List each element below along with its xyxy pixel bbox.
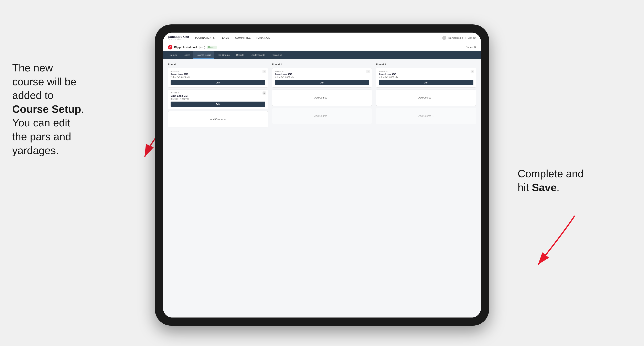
tablet-screen: SCOREBOARD Powered by clippd TOURNAMENTS…	[163, 32, 481, 318]
tab-tee-groups[interactable]: Tee Groups	[214, 51, 233, 59]
round-2-course-a-tee: Yellow (M) (6629 yds)	[275, 76, 370, 78]
round-1-course-b-tee: Black (M) (6891 yds)	[170, 98, 265, 100]
round-1-add-plus-icon: +	[224, 118, 226, 121]
nav-committee[interactable]: COMMITTEE	[235, 36, 251, 39]
annotation-right: Complete and hit Save.	[518, 167, 628, 194]
tournament-bar: C Clippd Invitational (Men) Hosting Canc…	[163, 43, 481, 51]
nav-teams[interactable]: TEAMS	[220, 36, 230, 39]
round-3-add-plus-icon-2: +	[432, 114, 434, 118]
round-2-add-plus-icon-2: +	[328, 114, 330, 118]
round-2-course-a-card: ✕ (Course A) Peachtree GC Yellow (M) (66…	[272, 68, 372, 88]
round-2-add-course-1[interactable]: Add Course +	[272, 90, 372, 106]
user-email: blair@clippd.io	[448, 37, 463, 39]
round-2-add-course-label-2: Add Course	[314, 115, 327, 117]
tab-printables[interactable]: Printables	[268, 51, 285, 59]
round-3-add-course-2: Add Course +	[376, 108, 476, 124]
round-3-course-a-tee: Yellow (M) (6629 yds)	[379, 76, 474, 78]
round-1-course-a-card: ✕ (Course A) Peachtree GC Yellow (M) (66…	[168, 68, 268, 88]
tab-leaderboards[interactable]: Leaderboards	[247, 51, 268, 59]
round-1-course-a-delete[interactable]: ✕	[262, 70, 266, 73]
content-area: Round 1 ✕ (Course A) Peachtree GC Yellow…	[163, 59, 481, 318]
nav-right: blair@clippd.io | Sign out	[442, 36, 476, 40]
round-3-label: Round 3	[376, 63, 476, 66]
tournament-name: Clippd Invitational	[174, 46, 197, 49]
round-1-course-a-edit[interactable]: Edit	[170, 80, 265, 85]
tab-details[interactable]: Details	[166, 51, 180, 59]
top-nav: SCOREBOARD Powered by clippd TOURNAMENTS…	[163, 32, 481, 43]
round-1-course-a-label: (Course A)	[170, 70, 265, 72]
round-2-add-plus-icon-1: +	[328, 96, 330, 99]
round-3-course-a-card: ✕ (Course A) Peachtree GC Yellow (M) (66…	[376, 68, 476, 88]
round-3-column: Round 3 ✕ (Course A) Peachtree GC Yellow…	[376, 63, 476, 130]
round-2-add-course-label-1: Add Course	[314, 96, 327, 99]
tournament-status: Hosting	[207, 46, 217, 49]
round-2-course-a-name: Peachtree GC	[275, 73, 370, 76]
round-1-course-b-card: ✕ (Course B) East Lake GC Black (M) (689…	[168, 90, 268, 109]
round-1-course-b-label: (Course B)	[170, 92, 265, 94]
sub-tabs: Details Teams Course Setup Tee Groups Re…	[163, 51, 481, 59]
round-3-add-course-label-2: Add Course	[418, 115, 431, 117]
arrow-right	[522, 212, 583, 273]
round-1-course-b-delete[interactable]: ✕	[262, 91, 266, 95]
rounds-grid: Round 1 ✕ (Course A) Peachtree GC Yellow…	[168, 63, 476, 130]
round-3-add-course-label-1: Add Course	[418, 96, 431, 99]
annotation-left: The new course will be added to Course S…	[12, 61, 138, 157]
nav-rankings[interactable]: RANKINGS	[256, 36, 270, 39]
avatar	[442, 36, 446, 40]
round-3-add-course-1[interactable]: Add Course +	[376, 90, 476, 106]
round-3-course-a-label: (Course A)	[379, 70, 474, 72]
round-3-course-a-delete[interactable]: ✕	[470, 70, 474, 73]
round-1-label: Round 1	[168, 63, 268, 66]
annotation-course-setup: Course Setup	[12, 103, 81, 115]
tab-teams[interactable]: Teams	[180, 51, 194, 59]
nav-brand: SCOREBOARD Powered by clippd	[168, 36, 189, 40]
round-2-column: Round 2 ✕ (Course A) Peachtree GC Yellow…	[272, 63, 372, 130]
cancel-button[interactable]: Cancel ✕	[466, 46, 476, 49]
tab-results[interactable]: Results	[233, 51, 247, 59]
round-3-course-a-edit[interactable]: Edit	[379, 80, 474, 85]
nav-tournaments[interactable]: TOURNAMENTS	[195, 36, 215, 39]
round-2-label: Round 2	[272, 63, 372, 66]
round-3-add-plus-icon-1: +	[432, 96, 434, 99]
brand-sub: Powered by clippd	[168, 38, 189, 40]
sign-out-link[interactable]: Sign out	[468, 37, 476, 39]
round-1-course-a-name: Peachtree GC	[170, 73, 265, 76]
round-1-column: Round 1 ✕ (Course A) Peachtree GC Yellow…	[168, 63, 268, 130]
nav-separator: |	[465, 37, 466, 39]
round-1-course-b-edit[interactable]: Edit	[170, 102, 265, 107]
round-1-add-course[interactable]: Add Course +	[168, 111, 268, 127]
round-1-add-course-label: Add Course	[210, 118, 223, 121]
tournament-gender: (Men)	[199, 46, 205, 49]
round-2-course-a-label: (Course A)	[275, 70, 370, 72]
tournament-title: C Clippd Invitational (Men) Hosting	[168, 45, 217, 49]
nav-links: TOURNAMENTS TEAMS COMMITTEE RANKINGS	[195, 36, 270, 39]
tab-course-setup[interactable]: Course Setup	[194, 51, 214, 59]
tablet-frame: SCOREBOARD Powered by clippd TOURNAMENTS…	[155, 24, 489, 326]
round-1-course-b-name: East Lake GC	[170, 94, 265, 97]
round-1-course-a-tee: Yellow (M) (6629 yds)	[170, 76, 265, 78]
round-2-course-a-delete[interactable]: ✕	[366, 70, 370, 73]
round-2-course-a-edit[interactable]: Edit	[275, 80, 370, 85]
round-2-add-course-2: Add Course +	[272, 108, 372, 124]
tournament-logo: C	[168, 45, 172, 49]
round-3-course-a-name: Peachtree GC	[379, 73, 474, 76]
